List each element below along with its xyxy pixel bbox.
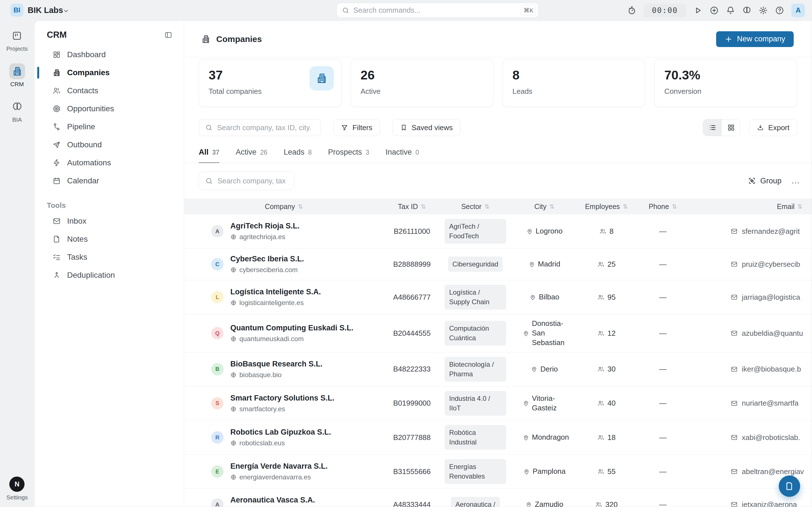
workspace-name[interactable]: BIK Labs bbox=[28, 6, 63, 15]
table-row[interactable]: Q Quantum Computing Euskadi S.L. quantum… bbox=[184, 314, 812, 352]
rail-user-avatar[interactable]: N bbox=[9, 476, 24, 492]
company-domain: cyberseciberia.com bbox=[231, 266, 304, 274]
table-row[interactable]: A Aeronautica Vasca S.A. A48333444 Aeron… bbox=[184, 489, 812, 507]
employees-cell: 95 bbox=[578, 293, 635, 302]
table-search[interactable] bbox=[199, 172, 294, 190]
globe-icon bbox=[231, 267, 237, 273]
users-icon bbox=[599, 228, 606, 235]
company-avatar: B bbox=[211, 363, 223, 376]
company-search-input[interactable] bbox=[217, 123, 314, 132]
employees-cell: 12 bbox=[578, 329, 635, 338]
page-title: Companies bbox=[216, 34, 262, 44]
column-header-phone[interactable]: Phone⇅ bbox=[635, 203, 691, 211]
rail-item-crm[interactable]: CRM bbox=[9, 63, 25, 88]
sidebar-item-opportunities[interactable]: Opportunities bbox=[35, 100, 184, 118]
tab-all[interactable]: All37 bbox=[199, 148, 219, 163]
rail-item-projects[interactable]: Projects bbox=[6, 28, 28, 52]
sidebar-item-inbox[interactable]: Inbox bbox=[35, 212, 184, 230]
table-row[interactable]: S Smart Factory Solutions S.L. smartfact… bbox=[184, 386, 812, 420]
company-domain: quantumeuskadi.com bbox=[231, 335, 354, 343]
bell-icon[interactable] bbox=[726, 6, 735, 15]
taxid-cell: B48222333 bbox=[384, 365, 440, 374]
new-document-fab[interactable] bbox=[779, 475, 800, 497]
table-row[interactable]: E Energía Verde Navarra S.L. energiaverd… bbox=[184, 455, 812, 489]
city-cell: Mondragon bbox=[511, 433, 578, 442]
column-header-company[interactable]: Company⇅ bbox=[184, 203, 384, 211]
map-pin-icon bbox=[526, 228, 533, 235]
column-header-city[interactable]: City⇅ bbox=[511, 203, 578, 211]
tab-prospects[interactable]: Prospects3 bbox=[328, 148, 369, 163]
chevron-down-icon[interactable] bbox=[63, 8, 69, 14]
search-icon bbox=[205, 124, 213, 131]
gear-icon[interactable] bbox=[759, 6, 768, 15]
timer-display[interactable]: 00:00 bbox=[644, 4, 686, 17]
building-icon bbox=[9, 63, 25, 79]
sidebar-item-dashboard[interactable]: Dashboard bbox=[35, 46, 184, 64]
column-header-email[interactable]: Email⇅ bbox=[691, 203, 812, 211]
grid-view-button[interactable] bbox=[722, 119, 741, 136]
plus-circle-icon[interactable] bbox=[710, 6, 719, 15]
rail-item-bia[interactable]: BIA bbox=[9, 99, 25, 123]
column-header-sector[interactable]: Sector⇅ bbox=[440, 203, 511, 211]
company-name: Logística Inteligente S.A. bbox=[231, 288, 321, 296]
company-cell: S Smart Factory Solutions S.L. smartfact… bbox=[184, 394, 384, 413]
table-row[interactable]: R Robotics Lab Gipuzkoa S.L. roboticslab… bbox=[184, 420, 812, 455]
table-search-input[interactable] bbox=[217, 177, 288, 185]
sidebar-item-notes[interactable]: Notes bbox=[35, 230, 184, 248]
taxid-cell: B28888999 bbox=[384, 260, 440, 269]
help-icon[interactable] bbox=[775, 6, 784, 15]
column-header-taxid[interactable]: Tax ID⇅ bbox=[384, 203, 440, 211]
table-row[interactable]: C CyberSec Iberia S.L. cyberseciberia.co… bbox=[184, 248, 812, 280]
play-icon[interactable] bbox=[693, 6, 702, 15]
sidebar-item-companies[interactable]: Companies bbox=[35, 64, 184, 82]
table-row[interactable]: L Logística Inteligente S.A. logisticain… bbox=[184, 280, 812, 314]
email-cell: nuriarte@smartfa bbox=[691, 399, 812, 407]
sidebar-item-automations[interactable]: Automations bbox=[35, 154, 184, 172]
employees-cell: 55 bbox=[578, 467, 635, 476]
sidebar-item-outbound[interactable]: Outbound bbox=[35, 136, 184, 154]
sidebar-item-pipeline[interactable]: Pipeline bbox=[35, 118, 184, 136]
checklist-icon bbox=[52, 253, 61, 262]
sidebar-item-tasks[interactable]: Tasks bbox=[35, 248, 184, 266]
status-tabs: All37 Active26 Leads8 Prospects3 Inactiv… bbox=[184, 148, 812, 163]
settings-label[interactable]: Settings bbox=[6, 494, 28, 501]
phone-cell: — bbox=[635, 260, 691, 269]
taxid-cell: B26111000 bbox=[384, 227, 440, 236]
more-options-button[interactable]: ... bbox=[792, 176, 800, 185]
sidebar-item-calendar[interactable]: Calendar bbox=[35, 172, 184, 190]
tab-leads[interactable]: Leads8 bbox=[284, 148, 312, 163]
tab-inactive[interactable]: Inactive0 bbox=[386, 148, 419, 163]
command-search-input[interactable] bbox=[353, 6, 521, 15]
company-domain: agritechrioja.es bbox=[231, 233, 300, 241]
column-header-employees[interactable]: Employees⇅ bbox=[578, 203, 635, 211]
envelope-icon bbox=[730, 365, 738, 373]
envelope-icon bbox=[730, 434, 738, 441]
new-company-button[interactable]: New company bbox=[716, 31, 794, 47]
table-row[interactable]: B BioBasque Research S.L. biobasque.bio … bbox=[184, 352, 812, 386]
collapse-sidebar-icon[interactable] bbox=[164, 31, 172, 39]
table-row[interactable]: A AgriTech Rioja S.L. agritechrioja.es B… bbox=[184, 214, 812, 248]
map-pin-icon bbox=[531, 366, 538, 372]
sidebar-item-deduplication[interactable]: Deduplication bbox=[35, 266, 184, 284]
brain-icon[interactable] bbox=[742, 6, 751, 15]
stopwatch-icon[interactable] bbox=[627, 6, 637, 15]
sector-cell: AgriTech / FoodTech bbox=[440, 219, 511, 244]
tab-active[interactable]: Active26 bbox=[236, 148, 267, 163]
company-name: Energía Verde Navarra S.L. bbox=[231, 462, 327, 471]
company-domain: roboticslab.eus bbox=[231, 439, 331, 447]
user-avatar[interactable]: A bbox=[792, 4, 805, 17]
company-search[interactable] bbox=[199, 119, 321, 136]
map-pin-icon bbox=[523, 330, 529, 337]
command-search[interactable]: ⌘K bbox=[337, 3, 539, 18]
workspace-logo[interactable]: BI bbox=[10, 4, 23, 17]
map-pin-icon bbox=[529, 261, 535, 268]
company-name: BioBasque Research S.L. bbox=[231, 360, 322, 369]
sidebar-item-contacts[interactable]: Contacts bbox=[35, 82, 184, 100]
users-icon bbox=[598, 400, 605, 407]
saved-views-button[interactable]: Saved views bbox=[393, 119, 460, 136]
group-button[interactable]: Group bbox=[748, 177, 781, 185]
filters-button[interactable]: Filters bbox=[333, 119, 380, 136]
export-button[interactable]: Export bbox=[749, 119, 797, 136]
company-domain: energiaverdenavarra.es bbox=[231, 473, 327, 481]
list-view-button[interactable] bbox=[703, 119, 722, 136]
